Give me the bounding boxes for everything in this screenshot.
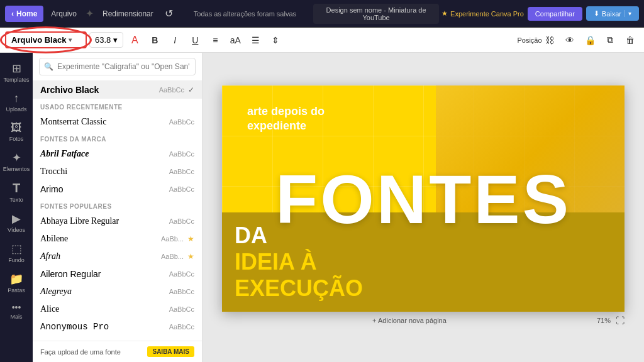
text-color-icon: A [131, 35, 138, 46]
canvas-page[interactable]: arte depois do expediente FONTES DA IDEI… [222, 85, 625, 312]
font-item-abril[interactable]: Abril Fatface AaBbCc [33, 145, 202, 163]
redimensionar-button[interactable]: Redimensionar [97, 7, 158, 21]
position-label: Posição [517, 36, 541, 44]
font-name-alegreya: Alegreya [40, 287, 72, 297]
arquivo-button[interactable]: Arquivo [46, 7, 82, 21]
bullet-list-button[interactable]: ☰ [247, 31, 264, 49]
font-item-montserrat[interactable]: Montserrat Classic AaBbCc [33, 113, 202, 131]
section-header-recent: Usado recentemente [33, 99, 202, 113]
font-upload-bar: Faça upload de uma fonte SAIBA MAIS [33, 341, 202, 362]
underline-button[interactable]: U [186, 31, 204, 49]
trash-button[interactable]: 🗑 [621, 31, 639, 49]
font-item-trocchi[interactable]: Trocchi AaBbCc [33, 163, 202, 180]
font-item-arimo[interactable]: Arimo AaBbCc [33, 180, 202, 198]
check-icon: ✓ [188, 85, 194, 94]
canva-pro-button[interactable]: ★ Experimente Canva Pro [441, 9, 524, 18]
templates-icon: ⊞ [12, 62, 21, 75]
font-preview-alice: AaBbCc [169, 305, 194, 313]
nav-right-controls: ★ Experimente Canva Pro Compartilhar ⬇ B… [441, 6, 639, 21]
texto-label: Texto [9, 197, 23, 203]
sidebar-item-uploads[interactable]: ↑ Uploads [1, 88, 31, 116]
texto-icon: T [13, 181, 20, 195]
canvas-area: arte depois do expediente FONTES DA IDEI… [203, 53, 644, 362]
section-header-popular: Fontes populares [33, 198, 202, 212]
font-name-alice: Alice [40, 304, 59, 314]
fundo-label: Fundo [8, 257, 25, 263]
font-item-afrah[interactable]: Afrah AaBb... ★ [33, 248, 202, 265]
save-status: Todas as alterações foram salvas [179, 10, 311, 18]
bold-button[interactable]: B [146, 31, 164, 49]
font-size-selector[interactable]: 63.8 ▾ [89, 32, 123, 48]
eye-button[interactable]: 👁 [561, 31, 579, 49]
sidebar-item-texto[interactable]: T Texto [1, 177, 31, 207]
line-spacing-button[interactable]: ⇕ [267, 31, 284, 49]
italic-button[interactable]: I [166, 31, 184, 49]
connect-icon-button[interactable]: ⛓ [541, 31, 558, 49]
font-preview-afrah: AaBb... [161, 253, 184, 260]
text-case-button[interactable]: aA [226, 31, 244, 49]
canvas-text-arte: arte depois do expediente [247, 104, 325, 134]
font-item-aileron[interactable]: Aileron Regular AaBbCc [33, 265, 202, 283]
font-panel: 🔍 Archivo Black AaBbCc ✓ Usado recenteme… [33, 53, 203, 362]
sidebar-item-pastas[interactable]: 📁 Pastas [1, 268, 31, 297]
star-icon-abilene: ★ [187, 234, 194, 243]
sidebar-item-elementos[interactable]: ✦ Elementos [1, 147, 31, 176]
fullscreen-button[interactable]: ⛶ [616, 315, 625, 326]
font-item-abilene[interactable]: Abilene AaBb... ★ [33, 230, 202, 248]
fotos-icon: 🖼 [11, 121, 22, 134]
uploads-label: Uploads [6, 106, 26, 112]
font-item-archivo-black[interactable]: Archivo Black AaBbCc ✓ [33, 81, 202, 99]
font-selector[interactable]: Arquivo Black ▾ [5, 31, 87, 48]
undo-icon[interactable]: ↺ [161, 5, 177, 22]
sidebar-item-fotos[interactable]: 🖼 Fotos [1, 118, 31, 146]
font-item-alice[interactable]: Alice AaBbCc [33, 300, 202, 318]
sidebar-icons: ⊞ Templates ↑ Uploads 🖼 Fotos ✦ Elemento… [0, 53, 33, 362]
align-button[interactable]: ≡ [206, 31, 224, 49]
font-size-value: 63.8 [95, 35, 111, 45]
font-preview-montserrat: AaBbCc [169, 118, 194, 126]
sidebar-item-mais[interactable]: ••• Mais [1, 299, 31, 324]
font-preview-arimo: AaBbCc [169, 185, 194, 193]
mais-label: Mais [10, 314, 22, 320]
font-item-anonymous[interactable]: Anonymous Pro AaBbCc [33, 318, 202, 336]
duplicate-button[interactable]: ⧉ [601, 31, 619, 49]
canvas-bottom-bar: + Adicionar nova página 71% ⛶ [222, 312, 625, 329]
download-button[interactable]: ⬇ Baixar ▾ [586, 6, 639, 21]
font-name-trocchi: Trocchi [40, 167, 67, 177]
share-button[interactable]: Compartilhar [528, 7, 582, 21]
font-item-abhaya[interactable]: Abhaya Libre Regular AaBbCc [33, 212, 202, 230]
add-page-button[interactable]: + Adicionar nova página [372, 317, 447, 324]
font-name-montserrat: Montserrat Classic [40, 117, 106, 127]
position-button[interactable]: Posição [521, 31, 538, 49]
mais-icon: ••• [12, 302, 21, 312]
font-search-input[interactable] [39, 58, 196, 75]
canva-pro-label: Experimente Canva Pro [450, 10, 524, 18]
nav-separator: ✦ [86, 8, 94, 19]
bold-icon: B [152, 35, 158, 45]
lock-button[interactable]: 🔒 [581, 31, 599, 49]
font-name-abilene: Abilene [40, 234, 68, 244]
saiba-mais-button[interactable]: SAIBA MAIS [147, 346, 194, 357]
sidebar-item-videos[interactable]: ▶ Vídeos [1, 208, 31, 237]
download-arrow-icon[interactable]: ▾ [624, 10, 631, 17]
canvas-text-fontes-container: FONTES [275, 159, 571, 239]
font-preview-abril: AaBbCc [169, 150, 194, 158]
canvas-text-ideia-execucao: IDEIA ÀEXECUÇÃO [235, 249, 612, 302]
sidebar-item-fundo[interactable]: ⬚ Fundo [1, 238, 31, 267]
zoom-controls: 71% ⛶ [597, 315, 625, 326]
videos-label: Vídeos [8, 227, 25, 233]
elementos-icon: ✦ [12, 151, 21, 165]
home-button[interactable]: ‹ Home [5, 6, 43, 22]
font-preview-aileron: AaBbCc [169, 270, 194, 278]
download-icon: ⬇ [594, 9, 599, 18]
section-header-brand: Fontes da marca [33, 131, 202, 145]
font-preview-anonymous: AaBbCc [169, 323, 194, 331]
bullet-list-icon: ☰ [252, 35, 260, 45]
text-color-button[interactable]: A [126, 31, 143, 49]
position-controls: Posição ⛓ 👁 🔒 ⧉ 🗑 [521, 31, 639, 49]
upload-font-label: Faça upload de uma fonte [40, 348, 121, 356]
font-name-anonymous: Anonymous Pro [40, 322, 109, 332]
font-item-alegreya[interactable]: Alegreya AaBbCc [33, 283, 202, 300]
text-case-icon: aA [230, 35, 241, 45]
sidebar-item-templates[interactable]: ⊞ Templates [1, 58, 31, 87]
